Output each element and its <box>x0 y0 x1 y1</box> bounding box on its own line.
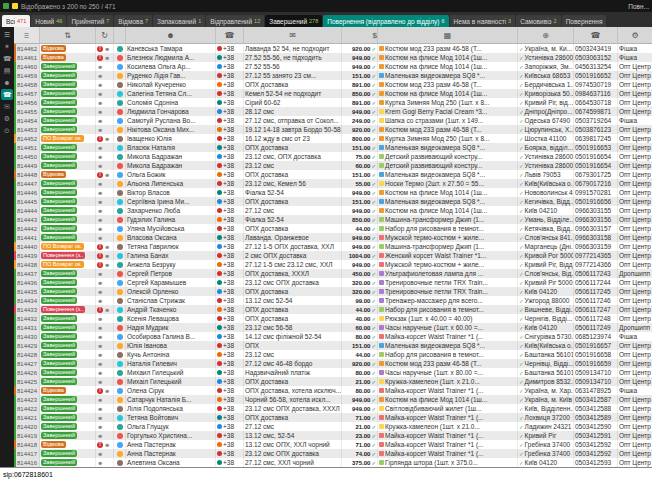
table-row[interactable]: 814431Завершений☻Надія Мудрик+3823.12 см… <box>14 323 652 332</box>
tab-самовивіз[interactable]: Самовивіз2 <box>516 15 561 27</box>
table-row[interactable]: 814424Відмова!☻Олена Сірук+38ОПХ доставк… <box>14 386 652 395</box>
tab-повернення-відправлено-до-відділу-[interactable]: Повернення (відправлено до відділу)6 <box>323 15 448 27</box>
table-row[interactable]: 814451Завершений☻Власюк Наталія+38ОПХ до… <box>14 143 652 152</box>
tab-відмова[interactable]: Відмова7 <box>114 15 152 27</box>
column-phone-header-icon[interactable]: ☎ <box>574 27 618 43</box>
menu-icon[interactable]: ☰ <box>1 29 13 40</box>
table-row[interactable]: 814438ПО Возврат ок.!☻Анжела Безруку+382… <box>14 260 652 269</box>
mail-icon[interactable]: ✉ <box>1 101 13 112</box>
phone-code-cell[interactable]: +38 <box>216 449 244 458</box>
phone-code-cell[interactable]: +38 <box>216 260 244 269</box>
phone-code-cell[interactable]: +38 <box>216 152 244 161</box>
table-row[interactable]: 814457Завершений☻Сапегіна Тетяна Сл...+3… <box>14 89 652 98</box>
column-id-header-icon[interactable]: ☰ <box>14 27 40 43</box>
chart-icon[interactable]: ▤ <box>1 65 13 76</box>
phone-code-cell[interactable]: +38 <box>216 305 244 314</box>
phone-code-cell[interactable]: +38 <box>216 62 244 71</box>
table-row[interactable]: 814449Завершений☻Микола Бадражан+3823.12… <box>14 161 652 170</box>
phone-code-cell[interactable]: +38 <box>216 134 244 143</box>
table-row[interactable]: 814419Завершений☻Горгулько Христина...+3… <box>14 431 652 440</box>
phone-code-cell[interactable]: +38 <box>216 413 244 422</box>
phone-code-cell[interactable]: +38 <box>216 269 244 278</box>
tab-прийнятий[interactable]: Прийнятий7 <box>67 15 113 27</box>
phone-code-cell[interactable]: +38 <box>216 314 244 323</box>
phone-code-cell[interactable]: +38 <box>216 143 244 152</box>
phone-code-cell[interactable]: +38 <box>216 179 244 188</box>
table-row[interactable]: 814441Завершений☻Власова Оксана+38Лаванд… <box>14 233 652 242</box>
phone-code-cell[interactable]: +38 <box>216 341 244 350</box>
phone-code-cell[interactable]: +38 <box>216 395 244 404</box>
table-row[interactable]: 814421Завершений☻Тетяна Войтович+38ОПХ д… <box>14 413 652 422</box>
table-row[interactable]: 814434Завершений☻Станіслав Стрижак+3813.… <box>14 296 652 305</box>
phone-code-cell[interactable]: +38 <box>216 224 244 233</box>
table-row[interactable]: 814426Завершений☻Михаил Гилецький+38Надз… <box>14 368 652 377</box>
phone-code-cell[interactable]: +38 <box>216 233 244 242</box>
table-row[interactable]: 814416Завершений☻Алевтина Оксана+3827.12… <box>14 458 652 467</box>
table-row[interactable]: 814461Відмова!☻Блезнюк Людмила А...+3827… <box>14 53 652 62</box>
table-row[interactable]: 814448Відмова!☻Ольга Божик+38ОПХ доставк… <box>14 170 652 179</box>
phone-code-cell[interactable]: +38 <box>216 80 244 89</box>
power-icon[interactable]: ⊙ <box>1 125 13 136</box>
phone-code-cell[interactable]: +38 <box>216 377 244 386</box>
table-row[interactable]: 814422Завершений☻Лілія Подолянська+3823.… <box>14 404 652 413</box>
tab-відправлений[interactable]: Відправлений12 <box>206 15 264 27</box>
phone-code-cell[interactable]: +38 <box>216 422 244 431</box>
phone-code-cell[interactable]: +38 <box>216 287 244 296</box>
table-row[interactable]: 814423Завершений☻Сатарчук Наталія Б...+3… <box>14 395 652 404</box>
phone-code-cell[interactable]: +38 <box>216 404 244 413</box>
phone-code-cell[interactable]: +38 <box>216 458 244 467</box>
phone-code-cell[interactable]: +38 <box>216 116 244 125</box>
phone-code-cell[interactable]: +38 <box>216 431 244 440</box>
headset-icon[interactable]: ☎ <box>1 89 13 100</box>
table-row[interactable]: 814454Завершений☻Самотуй Руслана Во...+3… <box>14 116 652 125</box>
table-row[interactable]: 814462Відмова!☻Канєвська Тамара+38Лаванд… <box>14 44 652 53</box>
tab-повернення[interactable]: Повернення <box>562 15 607 27</box>
table-row[interactable]: 814430Завершений☻Особирова Галина В...+3… <box>14 332 652 341</box>
table-row[interactable]: 814429Завершений☻Юлія Іванова+38ОПХ151.0… <box>14 341 652 350</box>
phone-icon[interactable]: ☎ <box>1 53 13 64</box>
table-row[interactable]: 814435Завершений☻Олексій Орленко+38ОПХ д… <box>14 287 652 296</box>
table-row[interactable]: 814444Завершений☻Захарченко Люба+3827.12… <box>14 206 652 215</box>
column-phone-code-header-icon[interactable]: ☎ <box>216 27 244 43</box>
phone-code-cell[interactable]: +38 <box>216 215 244 224</box>
tab-завершений[interactable]: Завершений278 <box>265 15 322 27</box>
table-row[interactable]: 814452ПО Возврат ок.!☻Іващенко Юлія+3816… <box>14 134 652 143</box>
table-row[interactable]: 814425Завершений☻Михаіл Гилецький+38ОПХ … <box>14 377 652 386</box>
phone-code-cell[interactable]: +38 <box>216 71 244 80</box>
table-row[interactable]: 814445Завершений☻Сергіївна Ірина Ми...+3… <box>14 197 652 206</box>
table-row[interactable]: 814433Повернення (з..!☻Андрій Ткаченко+3… <box>14 305 652 314</box>
tab-нема-в-наявності[interactable]: Нема в наявності3 <box>450 15 516 27</box>
phone-code-cell[interactable]: +38 <box>216 98 244 107</box>
column-client-name-header-icon[interactable]: ☻ <box>126 27 216 43</box>
settings-icon[interactable]: ⚙ <box>1 113 13 124</box>
tab-новий[interactable]: Новий46 <box>31 15 66 27</box>
table-row[interactable]: 814455Завершений☻Людмила Гончарова+3828.… <box>14 107 652 116</box>
table-row[interactable]: 814447Завершений☻Альона Липенська+3823.1… <box>14 179 652 188</box>
phone-code-cell[interactable]: +38 <box>216 323 244 332</box>
column-price-header-icon[interactable]: $ <box>342 27 378 43</box>
table-row[interactable]: 814456Завершений☻Соломія Сдоніна+38Сірий… <box>14 98 652 107</box>
phone-code-cell[interactable]: +38 <box>216 89 244 98</box>
phone-code-cell[interactable]: +38 <box>216 197 244 206</box>
phone-code-cell[interactable]: +38 <box>216 350 244 359</box>
phone-code-cell[interactable]: +38 <box>216 53 244 62</box>
phone-code-cell[interactable]: +38 <box>216 278 244 287</box>
column-flags-header-icon[interactable]: ↻ <box>96 27 114 43</box>
fullscreen-button[interactable]: Повн... <box>628 3 649 10</box>
phone-code-cell[interactable]: +38 <box>216 251 244 260</box>
column-comment-header-icon[interactable]: ✉ <box>244 27 342 43</box>
phone-code-cell[interactable]: +38 <box>216 368 244 377</box>
phone-code-cell[interactable]: +38 <box>216 188 244 197</box>
phone-code-cell[interactable]: +38 <box>216 296 244 305</box>
table-row[interactable]: 814427Завершений☻Наталія Гилевич+3827.12… <box>14 359 652 368</box>
star-icon[interactable]: ✶ <box>1 41 13 52</box>
phone-code-cell[interactable]: +38 <box>216 206 244 215</box>
tab-запакований[interactable]: Запакований1 <box>153 15 205 27</box>
table-row[interactable]: 814450Завершений☻Микола Бадражан+3823.12… <box>14 152 652 161</box>
phone-code-cell[interactable]: +38 <box>216 125 244 134</box>
phone-code-cell[interactable]: +38 <box>216 332 244 341</box>
phone-code-cell[interactable]: +38 <box>216 44 244 53</box>
table-row[interactable]: 814436Завершений☻Сергей Карамышев+3823.1… <box>14 278 652 287</box>
phone-code-cell[interactable]: +38 <box>216 440 244 449</box>
column-status-header-icon[interactable]: ⇅ <box>40 27 96 43</box>
